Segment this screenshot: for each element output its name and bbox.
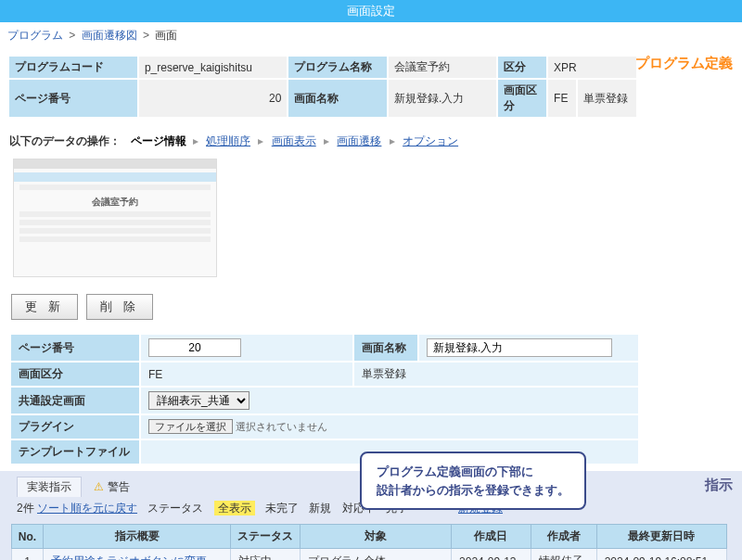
cell-updated: 2024-09-19 16:08:51 — [596, 549, 726, 561]
ops-current: ページ情報 — [131, 134, 186, 147]
program-definition-area: プログラム定義 プログラムコード p_reserve_kaigishitsu プ… — [0, 49, 742, 124]
filter-incomplete[interactable]: 未完了 — [265, 502, 299, 515]
warning-icon: ⚠ — [94, 480, 104, 493]
value-screen-kbn-text: 単票登録 — [353, 362, 639, 387]
value-program-code: p_reserve_kaigishitsu — [138, 56, 288, 79]
table-row: 1 予約用途をラジオボタンに変更 対応中 プログラム全体 2024-09-13 … — [12, 549, 727, 561]
cell-status: 対応中 — [231, 549, 301, 561]
th-target[interactable]: 対象 — [301, 525, 452, 549]
ops-link-display[interactable]: 画面表示 — [272, 134, 316, 147]
status-label: ステータス — [147, 502, 203, 515]
value-screen-kbn-fe: FE — [140, 362, 353, 387]
th-created[interactable]: 作成日 — [452, 525, 531, 549]
cell-target: プログラム全体 — [301, 549, 452, 561]
triangle-right-icon: ▸ — [324, 134, 329, 147]
instructions-table: No. 指示概要 ステータス 対象 作成日 作成者 最終更新日時 1 予約用途を… — [11, 524, 727, 560]
delete-button[interactable]: 削 除 — [86, 294, 153, 320]
value-kubun: XPR — [547, 56, 637, 79]
input-page-no[interactable] — [148, 338, 241, 357]
callout-line1: プログラム定義画面の下部に — [377, 463, 569, 481]
chevron-right-icon: > — [143, 29, 149, 42]
label-screen-name-2: 画面名称 — [353, 334, 418, 362]
label-page-no: ページ番号 — [8, 79, 138, 118]
cell-created: 2024-09-13 — [452, 549, 531, 561]
callout-line2: 設計者からの指示を登録できます。 — [377, 481, 569, 500]
file-none-text: 選択されていません — [236, 421, 327, 432]
label-kubun: 区分 — [497, 56, 547, 79]
ops-link-order[interactable]: 処理順序 — [206, 134, 250, 147]
tab-impl[interactable]: 実装指示 — [17, 477, 82, 497]
thumb-title: 会議室予約 — [14, 196, 216, 209]
ops-link-transition[interactable]: 画面遷移 — [337, 134, 381, 147]
table-header-row: No. 指示概要 ステータス 対象 作成日 作成者 最終更新日時 — [12, 525, 727, 549]
label-program-code: プログラムコード — [8, 56, 138, 79]
triangle-right-icon: ▸ — [193, 134, 198, 147]
page-info-form: ページ番号 画面名称 画面区分 FE 単票登録 共通設定画面 詳細表示_共通 プ… — [9, 333, 640, 465]
button-row: 更 新 削 除 — [0, 286, 742, 327]
breadcrumb: プログラム > 画面遷移図 > 画面 — [0, 22, 742, 49]
th-summary[interactable]: 指示概要 — [44, 525, 231, 549]
label-screen-kbn: 画面区分 — [497, 79, 547, 118]
definition-table: プログラムコード p_reserve_kaigishitsu プログラム名称 会… — [7, 55, 638, 119]
tab-warn[interactable]: ⚠ 警告 — [84, 477, 138, 497]
label-common: 共通設定画面 — [10, 387, 140, 414]
value-screen-kbn: FE — [547, 79, 577, 118]
triangle-right-icon: ▸ — [390, 134, 395, 147]
ops-link-option[interactable]: オプション — [403, 134, 458, 147]
ops-lead: 以下のデータの操作： — [9, 134, 121, 147]
section-title-instructions: 指示 — [705, 477, 733, 494]
label-template: テンプレートファイル — [10, 439, 140, 465]
operations-row: 以下のデータの操作： ページ情報 ▸ 処理順序 ▸ 画面表示 ▸ 画面遷移 ▸ … — [0, 124, 742, 155]
tab-impl-label: 実装指示 — [27, 480, 71, 493]
label-page-no-2: ページ番号 — [10, 334, 140, 362]
filter-new[interactable]: 新規 — [309, 502, 331, 515]
th-no[interactable]: No. — [12, 525, 44, 549]
breadcrumb-transition[interactable]: 画面遷移図 — [82, 29, 137, 42]
cell-creator: 情報佳子 — [531, 549, 596, 561]
th-status[interactable]: ステータス — [231, 525, 301, 549]
input-screen-name[interactable] — [427, 338, 612, 357]
section-title-definition: プログラム定義 — [635, 55, 733, 72]
label-program-name: プログラム名称 — [288, 56, 388, 79]
breadcrumb-current: 画面 — [155, 29, 177, 42]
page-header-title: 画面設定 — [347, 4, 395, 18]
value-program-name: 会議室予約 — [388, 56, 497, 79]
th-updated[interactable]: 最終更新日時 — [596, 525, 726, 549]
value-screen-name: 新規登録.入力 — [388, 79, 497, 118]
screen-thumbnail[interactable]: 会議室予約 — [13, 159, 217, 277]
triangle-right-icon: ▸ — [258, 134, 263, 147]
breadcrumb-program[interactable]: プログラム — [7, 29, 63, 42]
chevron-right-icon: > — [69, 29, 75, 42]
help-callout: プログラム定義画面の下部に 設計者からの指示を登録できます。 — [360, 452, 586, 510]
reset-sort-link[interactable]: ソート順を元に戻す — [37, 502, 137, 515]
cell-no: 1 — [12, 549, 44, 561]
count-text: 2件 — [17, 502, 34, 515]
cell-summary-link[interactable]: 予約用途をラジオボタンに変更 — [51, 554, 207, 560]
tab-warn-label: 警告 — [108, 480, 130, 493]
page-header: 画面設定 — [0, 0, 742, 22]
value-page-no: 20 — [138, 79, 288, 118]
th-creator[interactable]: 作成者 — [531, 525, 596, 549]
label-plugin: プラグイン — [10, 414, 140, 439]
file-choose-button[interactable]: ファイルを選択 — [148, 419, 233, 434]
update-button[interactable]: 更 新 — [11, 294, 78, 320]
label-screen-kbn-2: 画面区分 — [10, 362, 140, 387]
filter-all[interactable]: 全表示 — [214, 501, 255, 515]
select-common[interactable]: 詳細表示_共通 — [148, 391, 249, 410]
value-screen-kbn2: 単票登録 — [577, 79, 637, 118]
label-screen-name: 画面名称 — [288, 79, 388, 118]
